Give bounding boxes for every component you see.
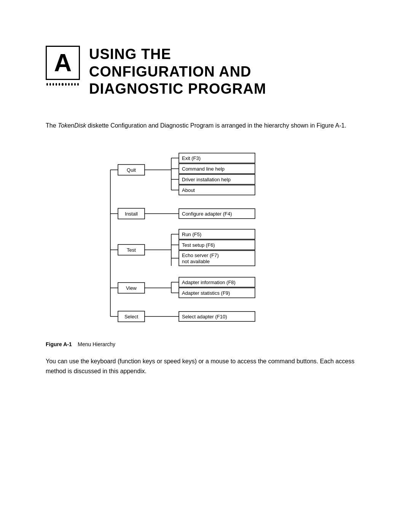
intro-paragraph: The TokenDisk diskette Configuration and… xyxy=(46,121,365,131)
chapter-dots xyxy=(46,83,79,86)
run-label: Run (F5) xyxy=(182,232,201,237)
echo-label-line1: Echo server (F7) xyxy=(182,252,219,258)
adapterinfo-label: Adapter information (F8) xyxy=(182,280,236,285)
diagram-container: Quit Exit (F3) Command line help Driver … xyxy=(95,142,316,330)
product-name: TokenDisk xyxy=(58,122,86,129)
figure-description: Menu Hierarchy xyxy=(78,341,115,347)
body-paragraph: You can use the keyboard (function keys … xyxy=(46,356,365,376)
intro-rest: diskette Configuration and Diagnostic Pr… xyxy=(88,122,346,129)
title-line2: Configuration and xyxy=(89,63,266,81)
install-label: Install xyxy=(125,211,138,217)
testsetup-label: Test setup (F6) xyxy=(182,242,215,248)
figure-caption: Figure A-1 Menu Hierarchy xyxy=(46,341,365,347)
hierarchy-diagram: Quit Exit (F3) Command line help Driver … xyxy=(95,142,316,328)
selectadapter-label: Select adapter (F10) xyxy=(182,314,227,320)
configure-label: Configure adapter (F4) xyxy=(182,211,232,217)
select-label: Select xyxy=(124,314,139,320)
chapter-header: A Using the Configuration and Diagnostic… xyxy=(46,46,365,98)
exit-label: Exit (F3) xyxy=(182,155,201,161)
chapter-title: Using the Configuration and Diagnostic P… xyxy=(89,46,266,98)
figure-text xyxy=(73,341,76,347)
chapter-letter: A xyxy=(54,49,72,77)
chapter-letter-box: A xyxy=(46,46,80,80)
figure-label: Figure A-1 xyxy=(46,341,72,347)
cmdhelp-label: Command line help xyxy=(182,166,225,172)
test-label: Test xyxy=(127,247,136,253)
echo-label-line2: not available xyxy=(182,259,210,264)
page: A Using the Configuration and Diagnostic… xyxy=(0,0,411,532)
quit-label: Quit xyxy=(127,167,136,173)
title-line3: Diagnostic Program xyxy=(89,80,266,98)
view-label: View xyxy=(126,285,137,291)
about-label: About xyxy=(182,187,195,193)
drvhelp-label: Driver installation help xyxy=(182,177,231,182)
adapterstats-label: Adapter statistics (F9) xyxy=(182,290,230,296)
title-line1: Using the xyxy=(89,46,266,63)
